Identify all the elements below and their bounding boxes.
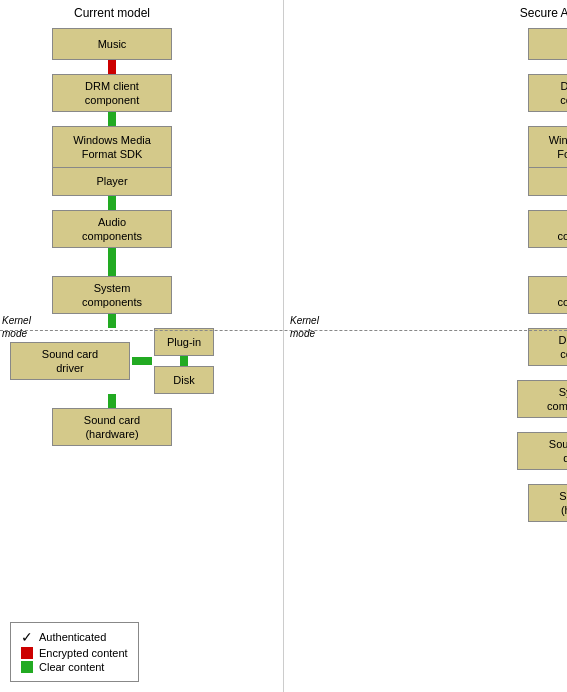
left-music-box: Music [52,28,172,60]
green-connector-3 [108,248,116,276]
legend-clear: Clear content [21,661,128,673]
right-soundcard-driver-box: Sound carddriver [517,432,567,470]
left-column: Current model Music DRM clientcomponent … [0,0,224,692]
red-connector-1 [108,60,116,74]
left-system-box: Systemcomponents [52,276,172,314]
right-audio-box: Audiocomponents [528,210,568,248]
legend: ✓ Authenticated Encrypted content Clear … [10,622,139,682]
legend-authenticated-label: Authenticated [39,631,106,643]
kernel-divider [0,330,567,331]
right-system-box: Systemcomponents [528,276,568,314]
left-soundcard-hw-box: Sound card(hardware) [52,408,172,446]
soundcard-row: Sound carddriver Plug-in Disk [10,328,214,394]
right-player-box: Player [528,168,568,196]
side-boxes: Plug-in Disk [154,328,214,394]
right-kernel-area [517,248,567,276]
left-soundcard-driver-box: Sound carddriver [10,342,130,380]
right-header: Secure Audio Path model [517,0,567,28]
legend-authenticated: ✓ Authenticated [21,629,128,645]
left-drm-box: DRM clientcomponent [52,74,172,112]
left-wmf-box: Windows MediaFormat SDK [52,126,172,168]
plugin-box: Plug-in [154,328,214,356]
left-header: Current model [10,0,214,28]
legend-encrypted-label: Encrypted content [39,647,128,659]
left-player-box: Player [52,168,172,196]
col-divider [283,0,284,692]
right-column: Secure Audio Path model Music DRM client… [507,0,567,692]
left-audio-box: Audiocomponents [52,210,172,248]
green-connector-2 [108,196,116,210]
right-music-box: Music [528,28,568,60]
encrypted-swatch [21,647,33,659]
disk-box: Disk [154,366,214,394]
legend-encrypted: Encrypted content [21,647,128,659]
right-soundcard-driver-row: Sound carddriver ✓ [517,432,567,470]
horiz-green [132,357,152,365]
plugin-connector [180,356,188,366]
right-soundcard-hw-box: Sound card(hardware) [528,484,568,522]
right-drm-box: DRM clientcomponent [528,74,568,112]
green-connector-5 [108,394,116,408]
green-connector-1 [108,112,116,126]
horiz-connector [132,357,152,365]
clear-swatch [21,661,33,673]
legend-clear-label: Clear content [39,661,104,673]
right-drm-kernel-box: DRM kernelcomponent [528,328,568,366]
diagram-container: Current model Music DRM clientcomponent … [0,0,567,692]
left-kernel-label: Kernelmode [2,314,31,340]
right-kernel-label: Kernelmode [290,314,319,340]
right-wmf-box: Windows MediaFormat SDK [528,126,568,168]
green-connector-4 [108,314,116,328]
left-kernel-area [10,248,214,276]
check-icon: ✓ [21,629,33,645]
right-system2-row: Systemcomponents ✓ [517,380,567,418]
right-system2-box: Systemcomponents [517,380,567,418]
